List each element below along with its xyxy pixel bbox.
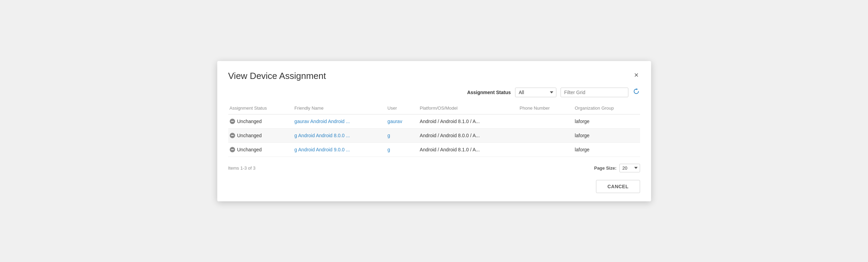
table-header-row: Assignment Status Friendly Name User Pla… bbox=[228, 103, 640, 114]
dialog-title: View Device Assignment bbox=[228, 71, 326, 81]
status-text: Unchanged bbox=[237, 147, 262, 152]
dialog-header: View Device Assignment × bbox=[228, 71, 640, 81]
cell-friendly-name[interactable]: g Android Android 8.0.0 ... bbox=[291, 128, 384, 142]
status-text: Unchanged bbox=[237, 133, 262, 138]
col-friendly-name: Friendly Name bbox=[291, 103, 384, 114]
cell-org-group: laforge bbox=[571, 114, 640, 128]
col-assignment-status: Assignment Status bbox=[228, 103, 291, 114]
assignment-status-select[interactable]: All Unchanged Added Removed bbox=[515, 88, 556, 97]
items-count: Items 1-3 of 3 bbox=[228, 165, 255, 171]
status-cell: Unchanged bbox=[230, 119, 288, 124]
cell-phone-number bbox=[516, 114, 571, 128]
cell-assignment-status: Unchanged bbox=[228, 114, 291, 128]
col-org-group: Organization Group bbox=[571, 103, 640, 114]
friendly-name-link[interactable]: g Android Android 8.0.0 ... bbox=[294, 133, 350, 138]
cell-assignment-status: Unchanged bbox=[228, 142, 291, 157]
cell-assignment-status: Unchanged bbox=[228, 128, 291, 142]
user-link[interactable]: g bbox=[387, 133, 390, 138]
cell-friendly-name[interactable]: gaurav Android Android ... bbox=[291, 114, 384, 128]
page-size-select[interactable]: 10 20 50 100 bbox=[619, 164, 640, 172]
cell-platform: Android / Android 8.1.0 / A... bbox=[416, 142, 516, 157]
svg-rect-6 bbox=[231, 149, 234, 150]
assignment-status-label: Assignment Status bbox=[467, 90, 511, 95]
col-user: User bbox=[384, 103, 416, 114]
close-button[interactable]: × bbox=[633, 71, 640, 80]
cell-platform: Android / Android 8.1.0 / A... bbox=[416, 114, 516, 128]
svg-rect-2 bbox=[231, 121, 234, 122]
table-row: Unchanged g Android Android 8.0.0 ...gAn… bbox=[228, 128, 640, 142]
cell-org-group: laforge bbox=[571, 128, 640, 142]
cell-phone-number bbox=[516, 128, 571, 142]
page-size-label: Page Size: bbox=[594, 165, 616, 171]
unchanged-icon bbox=[230, 147, 235, 152]
col-phone-number: Phone Number bbox=[516, 103, 571, 114]
refresh-button[interactable] bbox=[632, 88, 640, 97]
table-footer: Items 1-3 of 3 Page Size: 10 20 50 100 bbox=[228, 162, 640, 172]
refresh-icon bbox=[633, 88, 639, 94]
cell-org-group: laforge bbox=[571, 142, 640, 157]
device-assignment-table: Assignment Status Friendly Name User Pla… bbox=[228, 103, 640, 157]
friendly-name-link[interactable]: gaurav Android Android ... bbox=[294, 119, 350, 124]
user-link[interactable]: g bbox=[387, 147, 390, 152]
svg-marker-0 bbox=[636, 89, 638, 90]
filter-grid-input[interactable] bbox=[561, 88, 628, 97]
view-device-assignment-dialog: View Device Assignment × Assignment Stat… bbox=[217, 61, 651, 201]
toolbar: Assignment Status All Unchanged Added Re… bbox=[228, 88, 640, 97]
unchanged-icon bbox=[230, 119, 235, 124]
table-row: Unchanged gaurav Android Android ...gaur… bbox=[228, 114, 640, 128]
svg-rect-4 bbox=[231, 135, 234, 136]
col-platform-os-model: Platform/OS/Model bbox=[416, 103, 516, 114]
cell-user[interactable]: gaurav bbox=[384, 114, 416, 128]
friendly-name-link[interactable]: g Android Android 9.0.0 ... bbox=[294, 147, 350, 152]
user-link[interactable]: gaurav bbox=[387, 119, 402, 124]
cell-platform: Android / Android 8.0.0 / A... bbox=[416, 128, 516, 142]
status-text: Unchanged bbox=[237, 119, 262, 124]
table-row: Unchanged g Android Android 9.0.0 ...gAn… bbox=[228, 142, 640, 157]
unchanged-icon bbox=[230, 133, 235, 138]
cell-phone-number bbox=[516, 142, 571, 157]
dialog-actions: CANCEL bbox=[228, 176, 640, 193]
cell-user[interactable]: g bbox=[384, 142, 416, 157]
footer-right: Page Size: 10 20 50 100 bbox=[594, 164, 640, 172]
status-cell: Unchanged bbox=[230, 147, 288, 152]
status-cell: Unchanged bbox=[230, 133, 288, 138]
cell-friendly-name[interactable]: g Android Android 9.0.0 ... bbox=[291, 142, 384, 157]
cancel-button[interactable]: CANCEL bbox=[596, 180, 640, 193]
cell-user[interactable]: g bbox=[384, 128, 416, 142]
